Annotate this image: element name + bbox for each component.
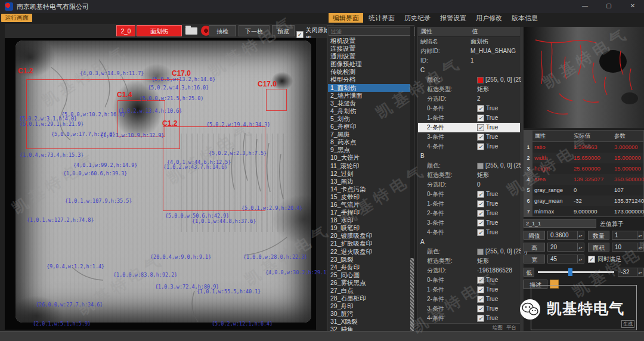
tab[interactable]: 用户修改: [472, 13, 506, 23]
property-row[interactable]: B: [418, 151, 520, 161]
check-icon[interactable]: [477, 277, 484, 284]
tab[interactable]: 统计界面: [364, 13, 399, 23]
property-row[interactable]: 框选类型: 矩形: [418, 170, 520, 180]
property-row[interactable]: 1-条件 True: [418, 285, 520, 294]
property-row[interactable]: 2-条件 True: [418, 209, 520, 218]
count-spinner[interactable]: 1: [612, 231, 644, 240]
property-row[interactable]: 4-条件 True: [418, 314, 520, 323]
property-row[interactable]: 4-条件 True: [418, 228, 520, 237]
defect-list-item[interactable]: 连接设置: [328, 45, 411, 52]
property-row[interactable]: 分选ID: 2: [418, 94, 520, 104]
check-icon[interactable]: [477, 114, 484, 122]
maximize-button[interactable]: ▢: [601, 1, 617, 11]
run-view-button[interactable]: 运行画面: [1, 14, 32, 22]
property-row[interactable]: 3-条件 True: [418, 304, 520, 314]
slider-track[interactable]: [538, 271, 614, 273]
property-row[interactable]: 颜色: [255, 0, 0] (255): [418, 247, 520, 256]
defect-list-item[interactable]: 25_同心圆: [328, 271, 411, 279]
area-spinner[interactable]: 10: [612, 243, 644, 252]
defect-list-item[interactable]: 图像预处理: [328, 60, 411, 68]
defect-list-item[interactable]: 31_X隐裂: [328, 318, 411, 326]
property-row[interactable]: 0-条件 True: [418, 104, 520, 113]
defect-list-item[interactable]: 18_水印: [328, 216, 411, 224]
defect-list-item[interactable]: 27_白点: [328, 287, 411, 294]
low-spinner[interactable]: -32: [618, 268, 644, 277]
defect-list-item[interactable]: 6_舟框印: [328, 123, 411, 131]
defect-list-item[interactable]: 30_脏污: [328, 310, 411, 318]
defect-list-item[interactable]: 1_面划伤: [328, 84, 411, 92]
defect-list-item[interactable]: 29_舟印: [328, 302, 411, 310]
defect-list-item[interactable]: 11_滚轮印: [328, 162, 411, 170]
property-row[interactable]: C: [418, 66, 520, 75]
defect-list-item[interactable]: 通用设置: [328, 52, 411, 60]
property-row[interactable]: 4-条件 True: [418, 142, 520, 151]
property-row[interactable]: 1-条件 True: [418, 199, 520, 209]
current-defect-button[interactable]: 面划伤: [137, 25, 182, 36]
defect-list-item[interactable]: 10_大饼片: [328, 154, 411, 162]
defect-list-item[interactable]: 14_卡点污染: [328, 185, 411, 193]
defect-list-item[interactable]: 15_皮带印: [328, 193, 411, 201]
defect-list-item[interactable]: 26_雾状黑点: [328, 279, 411, 287]
tab[interactable]: 版本信息: [507, 13, 542, 23]
defect-list-item[interactable]: 9_黑点: [328, 146, 411, 154]
property-row[interactable]: 分选ID: -1961886528: [418, 266, 520, 275]
check-icon[interactable]: [477, 200, 484, 207]
defect-list-item[interactable]: 2_墙片满面: [328, 92, 411, 100]
low-slider[interactable]: [538, 268, 614, 277]
preset-input[interactable]: [524, 219, 596, 228]
property-row[interactable]: 3-条件 True: [418, 132, 520, 142]
tab[interactable]: 报警设置: [436, 13, 470, 23]
property-row[interactable]: 框选类型: 矩形: [418, 256, 520, 266]
check-icon[interactable]: [477, 191, 484, 198]
high-spinner[interactable]: 20: [547, 243, 584, 252]
check-icon[interactable]: [477, 210, 484, 217]
property-row[interactable]: 2-条件 True: [418, 294, 520, 304]
check-icon[interactable]: [477, 105, 484, 112]
property-row[interactable]: 缺陷名 面划伤: [418, 37, 520, 46]
defect-list-item[interactable]: 7_黑斑: [328, 131, 411, 138]
check-icon[interactable]: [477, 315, 484, 322]
defect-list-item[interactable]: 4_舟划伤: [328, 107, 411, 115]
minimize-button[interactable]: —: [577, 1, 593, 11]
check-icon[interactable]: [477, 305, 484, 312]
both-satisfied-checkbox[interactable]: 同时满足: [588, 255, 621, 264]
property-row[interactable]: 0-条件 True: [418, 275, 520, 285]
inspection-image-view[interactable]: C1.2C17.0C1.4C17.0C1.2 {4,0.3,w:14.9,h:1…: [5, 38, 316, 330]
property-row[interactable]: 3-条件 True: [418, 218, 520, 228]
check-icon[interactable]: [477, 229, 484, 236]
defect-list-item[interactable]: 5_划伤: [328, 115, 411, 123]
close-button[interactable]: ✕: [625, 1, 640, 11]
check-icon[interactable]: [477, 143, 484, 150]
open-folder-icon[interactable]: [185, 27, 197, 35]
check-icon[interactable]: [477, 296, 484, 303]
property-row[interactable]: 颜色: [255, 0, 0] (255): [418, 161, 520, 170]
check-icon[interactable]: [477, 134, 484, 141]
defect-list-item[interactable]: 相机设置: [328, 37, 411, 45]
defect-list-item[interactable]: 23_隐裂: [328, 256, 411, 264]
property-row[interactable]: 框选类型: 矩形: [418, 85, 520, 94]
width-spinner[interactable]: 45: [547, 255, 584, 264]
list-scrollbar-thumb[interactable]: [410, 258, 414, 332]
check-icon[interactable]: [477, 286, 484, 293]
tab[interactable]: 编辑界面: [329, 13, 363, 23]
property-row[interactable]: 1-条件 True: [418, 113, 520, 123]
property-row[interactable]: 颜色: [255, 0, 0] (255): [418, 75, 520, 85]
property-row[interactable]: ID: 1: [418, 56, 520, 66]
property-row[interactable]: 内部ID: M_HUA_SHANG: [418, 46, 520, 56]
preview-button[interactable]: 预览: [272, 25, 295, 36]
defect-list-item[interactable]: 13_黑边: [328, 178, 411, 185]
sequence-button[interactable]: 2_0: [116, 25, 135, 36]
property-row[interactable]: A: [418, 237, 520, 247]
defect-list-item[interactable]: 28_石墨柜印: [328, 294, 411, 302]
defect-list-item[interactable]: 22_退火吸盘印: [328, 248, 411, 256]
property-row[interactable]: 2-条件 True: [418, 123, 520, 132]
defect-list-item[interactable]: 21_扩散吸盘印: [328, 240, 411, 247]
defect-list-item[interactable]: 3_花篮齿: [328, 100, 411, 107]
tab[interactable]: 历史纪录: [400, 13, 435, 23]
defect-list-item[interactable]: 20_镀膜吸盘印: [328, 232, 411, 240]
slider-thumb[interactable]: [568, 268, 572, 276]
defect-list-item[interactable]: 24_舟齿印: [328, 264, 411, 271]
check-icon[interactable]: [477, 219, 484, 227]
property-row[interactable]: 0-条件 True: [418, 190, 520, 199]
next-button[interactable]: 下一枚: [239, 25, 270, 36]
